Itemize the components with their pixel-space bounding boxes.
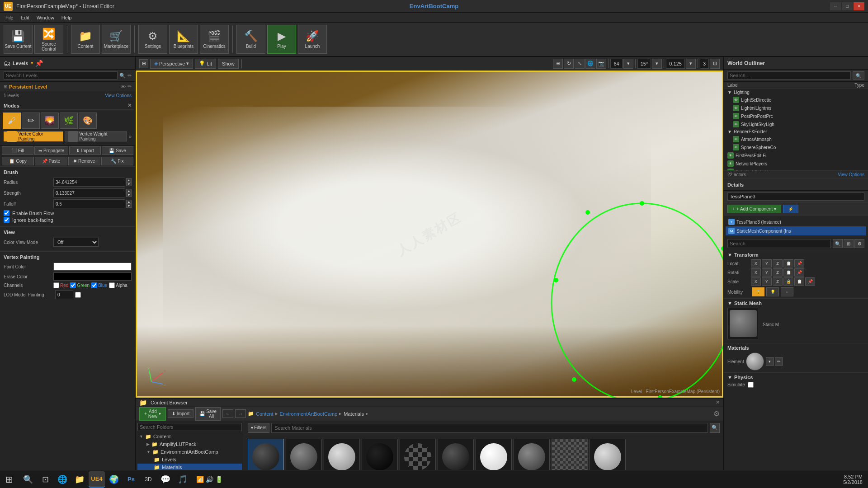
lod-input[interactable] <box>55 290 73 299</box>
settings-button[interactable]: ⚙ Settings <box>138 25 167 54</box>
import-button[interactable]: ⬇ Import <box>168 409 193 418</box>
blueprints-button[interactable]: 📐 Blueprints <box>169 25 198 54</box>
channel-green-checkbox[interactable] <box>70 282 76 288</box>
copy-button[interactable]: 📋Copy <box>2 157 34 165</box>
taskbar-app-3dsmax[interactable]: 3D <box>140 471 156 488</box>
channel-blue-checkbox[interactable] <box>91 282 97 288</box>
vertex-color-painting-btn[interactable]: Vertex Color Painting <box>4 131 63 141</box>
breadcrumb-content[interactable]: Content <box>256 411 274 417</box>
rot-z-btn[interactable]: Z <box>773 268 783 277</box>
propagate-button[interactable]: ➡Propagate <box>34 146 68 155</box>
lod-checkbox[interactable] <box>75 292 81 298</box>
channel-red-checkbox[interactable] <box>53 282 59 288</box>
taskbar-app-search[interactable]: 🔍 <box>20 471 36 488</box>
taskbar-app-chrome[interactable]: 🌍 <box>106 471 122 488</box>
taskbar-app-edge[interactable]: 🌐 <box>54 471 71 488</box>
lit-button[interactable]: 💡 Lit <box>195 59 216 69</box>
scale-x-btn[interactable]: X <box>751 277 761 286</box>
search-folder-input[interactable] <box>137 423 242 431</box>
tessplane3-instance-component[interactable]: T TessPlane3 (Instance) <box>726 217 866 226</box>
outliner-search-input[interactable] <box>727 71 851 80</box>
view-title[interactable]: View <box>4 230 132 235</box>
loc-z-btn[interactable]: Z <box>773 259 783 267</box>
falloff-up[interactable]: ▲ <box>126 200 132 204</box>
vertex-weight-painting-btn[interactable]: Vertex Weight Painting <box>65 131 127 141</box>
rot-copy-btn[interactable]: 📋 <box>783 268 793 277</box>
view-options-button[interactable]: View Options <box>105 93 132 98</box>
actor-skylight[interactable]: 👁 SkyLightSkyLigh <box>724 120 868 128</box>
navigate-back-button[interactable]: ← <box>222 409 233 418</box>
world-tool[interactable]: 🌐 <box>585 59 595 69</box>
breadcrumb-materials[interactable]: Materials <box>344 411 364 417</box>
remove-button[interactable]: ✖Remove <box>68 157 100 165</box>
tree-content[interactable]: ▼ 📁 Content <box>137 433 242 441</box>
rot-paste-btn[interactable]: 📌 <box>794 268 804 277</box>
tree-envart[interactable]: ▼ 📁 EnvironmentArtBootCamp <box>137 448 242 456</box>
show-button[interactable]: Show <box>218 59 239 69</box>
navigate-forward-button[interactable]: → <box>235 409 246 418</box>
scale-dropdown[interactable]: ▾ <box>686 59 696 69</box>
system-clock[interactable]: 8:52 PM 5/2/2018 <box>838 474 868 485</box>
network-icon[interactable]: 📶 <box>196 476 204 483</box>
launch-button[interactable]: 🚀 Launch <box>298 25 327 54</box>
menu-file[interactable]: File <box>2 14 17 21</box>
levels-pin[interactable]: 📌 <box>35 60 43 67</box>
filters-button[interactable]: ▾ Filters <box>248 423 269 433</box>
radius-down[interactable]: ▼ <box>126 182 132 186</box>
search-assets-input[interactable] <box>271 423 708 433</box>
asset-item-5[interactable] <box>438 439 474 475</box>
strength-down[interactable]: ▼ <box>126 193 132 197</box>
loc-paste-btn[interactable]: 📌 <box>794 259 804 267</box>
falloff-input[interactable] <box>53 199 125 208</box>
channel-alpha-checkbox[interactable] <box>109 282 115 288</box>
simulate-checkbox[interactable] <box>748 382 754 388</box>
search-icon[interactable]: 🔍 <box>119 73 126 79</box>
viewport-3d[interactable]: X Y Z Level - FirstPersonExampleMap (Per… <box>136 70 723 398</box>
mode-select[interactable]: 🖌 <box>3 113 21 129</box>
strength-input[interactable] <box>53 188 125 197</box>
details-settings-btn[interactable]: ⚙ <box>854 239 864 248</box>
build-button[interactable]: 🔨 Build <box>236 25 265 54</box>
edit-icon[interactable]: ✏ <box>127 84 132 89</box>
search-levels-input[interactable] <box>4 71 118 80</box>
mode-landscape[interactable]: ✏ <box>22 113 40 129</box>
scale-y-btn[interactable]: Y <box>762 277 772 286</box>
actor-sphere[interactable]: 👁 SphereSphereCo <box>724 143 868 151</box>
asset-item-9[interactable] <box>590 439 626 475</box>
actor-network[interactable]: 👁 NetworkPlayers <box>724 160 868 168</box>
taskbar-app-ps[interactable]: Ps <box>123 471 139 488</box>
pencil-icon[interactable]: ✏ <box>127 73 132 79</box>
vertex-painting-title[interactable]: Vertex Painting <box>4 254 132 260</box>
camera-tool[interactable]: 📷 <box>596 59 606 69</box>
asset-item-8[interactable] <box>552 439 588 475</box>
loc-y-btn[interactable]: Y <box>762 259 772 267</box>
brush-title[interactable]: Brush <box>4 169 132 175</box>
radius-up[interactable]: ▲ <box>126 178 132 182</box>
asset-item-7[interactable] <box>514 439 550 475</box>
radius-input[interactable] <box>53 178 125 187</box>
perspective-button[interactable]: ◈ Perspective ▾ <box>150 59 193 69</box>
asset-item-6[interactable] <box>476 439 512 475</box>
fix-button[interactable]: 🔧Fix <box>101 157 133 165</box>
asset-item-2[interactable] <box>324 439 360 475</box>
eye-icon[interactable]: 👁 <box>121 84 126 89</box>
staticmesh-component[interactable]: M StaticMeshComponent (Ins <box>726 226 866 235</box>
details-search-input[interactable] <box>727 239 831 248</box>
marketplace-button[interactable]: 🛒 Marketplace <box>102 25 131 54</box>
mobility-movable-btn[interactable]: ↔ <box>781 287 793 296</box>
maximize-viewport[interactable]: ⊡ <box>710 59 720 69</box>
component-action-btn[interactable]: ⚡ <box>783 205 798 213</box>
cb-close-icon[interactable]: ✕ <box>716 399 720 405</box>
menu-edit[interactable]: Edit <box>17 14 33 21</box>
physics-title[interactable]: ▼ Physics <box>727 375 864 380</box>
cinematics-button[interactable]: 🎬 Cinematics <box>200 25 229 54</box>
levels-dropdown[interactable]: ▾ <box>31 60 33 66</box>
strength-up[interactable]: ▲ <box>126 189 132 193</box>
asset-item-4[interactable] <box>400 439 436 475</box>
viewport-toggle-btn[interactable]: ⊞ <box>139 59 148 68</box>
tree-levels[interactable]: 📁 Levels <box>137 456 242 464</box>
taskbar-app-explorer[interactable]: 📁 <box>71 471 88 488</box>
paste-button[interactable]: 📌Paste <box>35 157 67 165</box>
actor-name-input[interactable] <box>727 192 864 201</box>
actor-lightml[interactable]: 👁 LightmlLightms <box>724 104 868 112</box>
